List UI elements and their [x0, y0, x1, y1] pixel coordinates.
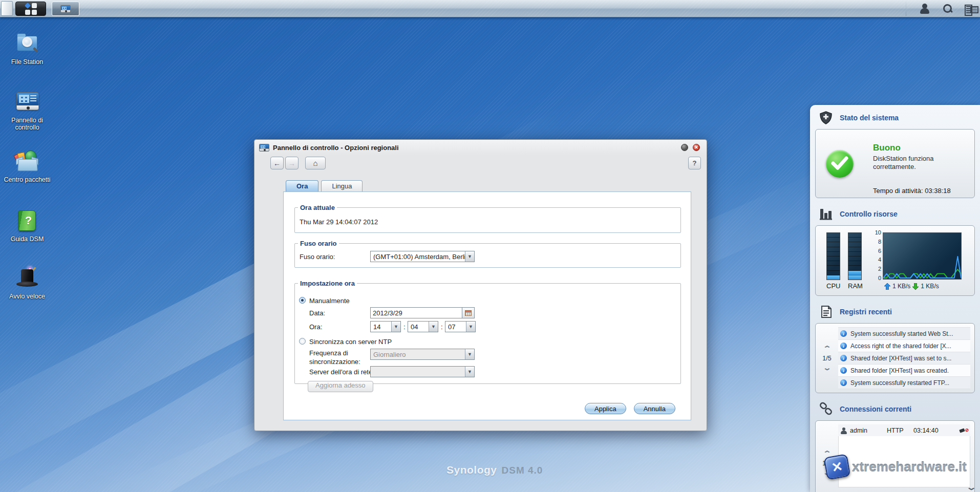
desktop-icon-dsm-help[interactable]: ? Guida DSM — [0, 209, 54, 243]
log-message: System successfully restarted FTP... — [850, 379, 949, 387]
tab-lingua[interactable]: Lingua — [321, 180, 363, 192]
control-panel-icon — [14, 90, 40, 114]
sidebar-collapse-icon[interactable]: ⌄ — [966, 483, 977, 491]
download-arrow-icon — [912, 283, 919, 290]
connection-user: admin — [850, 427, 887, 434]
timezone-label: Fuso orario: — [300, 253, 335, 261]
desktop-icon-quick-start[interactable]: Avvio veloce — [0, 266, 54, 300]
forward-icon: → — [288, 159, 295, 167]
ram-gauge — [848, 232, 862, 280]
page-down-icon[interactable]: ⌄ — [822, 366, 831, 370]
dsm-help-icon: ? — [14, 209, 40, 232]
connections-empty-area — [838, 436, 970, 487]
current-time-value: Thu Mar 29 14:04:07 2012 — [300, 218, 378, 226]
taskbar-item-control-panel[interactable] — [52, 2, 79, 16]
home-button[interactable]: ⌂ — [305, 157, 326, 169]
chevron-down-icon: ▼ — [391, 322, 400, 332]
chevron-down-icon: ▼ — [465, 251, 474, 262]
minute-select[interactable]: 04 ▼ — [408, 321, 438, 332]
desktop-icon-control-panel[interactable]: Pannello di controllo — [0, 90, 54, 132]
show-desktop-button[interactable] — [1, 1, 13, 16]
hour-value: 14 — [373, 323, 380, 331]
forward-button[interactable]: → — [285, 157, 299, 169]
connections-pager: ⌃ 1/1 ⌄ — [816, 421, 838, 492]
resource-monitor-header: Controllo risorse — [810, 201, 980, 224]
date-input[interactable]: 2012/3/29 — [370, 307, 462, 318]
connections-header: Connessioni correnti — [810, 396, 980, 419]
second-select[interactable]: 07 ▼ — [445, 321, 476, 332]
pilot-view-icon[interactable] — [964, 3, 976, 15]
log-message: Shared folder [XHTest] was set to s... — [850, 355, 951, 362]
manual-radio-label[interactable]: Manualmente — [309, 297, 350, 305]
timezone-group: Fuso orario Fuso orario: (GMT+01:00) Ams… — [294, 243, 681, 268]
dialog-tabs: Ora Lingua — [286, 180, 363, 192]
uptime-text: Tempo di attività: 03:38:18 — [873, 187, 951, 195]
timezone-select[interactable]: (GMT+01:00) Amsterdam, Berlin, Rome, Sto… — [370, 251, 475, 262]
tab-ora[interactable]: Ora — [286, 180, 318, 192]
main-menu-button[interactable] — [15, 2, 46, 16]
time-label: Ora: — [309, 323, 322, 331]
date-label: Data: — [309, 309, 325, 317]
sync-frequency-label: Frequenza di sincronizzazione: — [309, 349, 368, 367]
upload-arrow-icon — [884, 283, 890, 290]
network-legend: 1 KB/s 1 KB/s — [884, 283, 939, 290]
time-separator: : — [441, 323, 443, 331]
connection-row[interactable]: admin HTTP 03:14:40 — [838, 424, 970, 436]
help-button[interactable]: ? — [688, 157, 701, 169]
desktop-icon-file-station[interactable]: File Station — [0, 32, 54, 66]
resource-monitor-panel: CPU RAM 1086420 1 KB/s 1 KB/s — [815, 225, 975, 296]
recent-logs-panel: ⌃ 1/5 ⌄ i System successfully started We… — [815, 323, 975, 393]
ntp-radio-label[interactable]: Sincronizza con server NTP — [309, 338, 392, 346]
page-down-icon[interactable]: ⌄ — [822, 471, 831, 475]
system-status-panel: Buono DiskStation funziona correttamente… — [815, 129, 975, 198]
log-list-item[interactable]: i System successfully started Web St... — [838, 327, 970, 340]
page-up-icon[interactable]: ⌃ — [822, 452, 831, 456]
tab-content-panel: Ora attuale Thu Mar 29 14:04:07 2012 Fus… — [283, 191, 691, 420]
group-legend: Ora attuale — [298, 204, 337, 211]
status-description: DiskStation funziona correttamente. — [873, 155, 955, 172]
cancel-button[interactable]: Annulla — [634, 403, 675, 414]
back-button[interactable]: ← — [270, 157, 284, 169]
search-icon[interactable] — [941, 3, 953, 15]
info-icon: i — [840, 330, 847, 337]
connection-time: 03:14:40 — [913, 427, 959, 434]
help-icon: ? — [693, 159, 697, 167]
manual-radio[interactable] — [299, 297, 306, 304]
log-list-item[interactable]: i Shared folder [XHTest] was created. — [838, 365, 970, 376]
close-button[interactable]: ✕ — [693, 144, 700, 151]
user-account-icon[interactable] — [919, 3, 931, 15]
minimize-button[interactable] — [681, 144, 688, 151]
date-picker-button[interactable] — [462, 307, 475, 318]
hour-select[interactable]: 14 ▼ — [370, 321, 401, 332]
desktop-icon-label: Guida DSM — [0, 236, 54, 243]
log-list-item[interactable]: i Shared folder [XHTest] was set to s... — [838, 352, 970, 365]
desktop-icon-label: Centro pacchetti — [0, 176, 54, 183]
log-list-item[interactable]: i Access right of the shared folder [X..… — [838, 340, 970, 352]
info-icon: i — [840, 343, 847, 349]
disconnect-icon[interactable] — [959, 427, 968, 434]
control-panel-dialog: Pannello di controllo - Opzioni regional… — [254, 139, 707, 431]
chevron-down-icon: ▼ — [465, 349, 474, 359]
widget-sidebar: Stato del sistema Buono DiskStation funz… — [810, 105, 980, 492]
network-graph — [883, 232, 962, 280]
section-title: Controllo risorse — [840, 210, 898, 218]
section-title: Connessioni correnti — [840, 405, 911, 413]
file-station-icon — [14, 32, 40, 55]
bar-chart-icon — [819, 207, 833, 221]
synology-logo: Synology — [446, 464, 497, 476]
taskbar-divider — [906, 2, 906, 16]
page-up-icon[interactable]: ⌃ — [822, 347, 831, 351]
dsm-branding: Synology DSM 4.0 — [446, 464, 543, 476]
cpu-label: CPU — [826, 282, 840, 290]
upload-rate: 1 KB/s — [892, 283, 910, 290]
download-rate: 1 KB/s — [921, 283, 939, 290]
ntp-radio[interactable] — [299, 338, 306, 345]
dsm-version: DSM 4.0 — [502, 465, 543, 476]
section-title: Stato del sistema — [840, 114, 899, 122]
log-list-item[interactable]: i System successfully restarted FTP... — [838, 376, 970, 389]
apply-button[interactable]: Applica — [585, 403, 626, 414]
dialog-titlebar[interactable]: Pannello di controllo - Opzioni regional… — [254, 140, 707, 155]
desktop-icon-package-center[interactable]: Centro pacchetti — [0, 149, 54, 183]
main-menu-icon — [25, 3, 37, 15]
log-document-icon — [819, 305, 833, 319]
